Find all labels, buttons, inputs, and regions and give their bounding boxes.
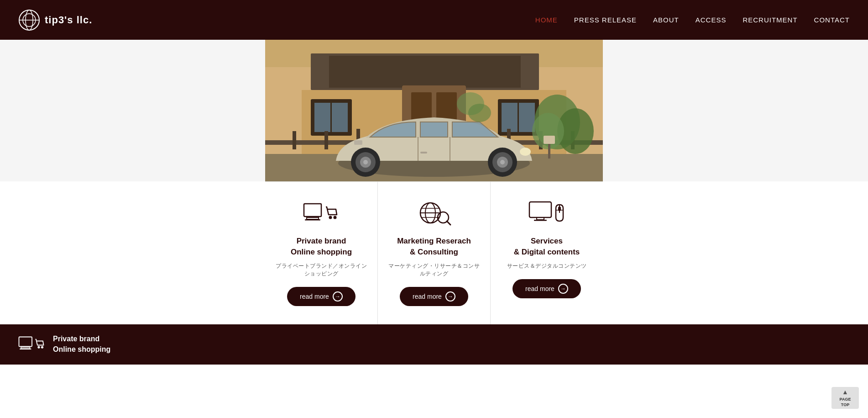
- svg-point-54: [334, 216, 337, 219]
- svg-point-71: [37, 346, 40, 348]
- svg-rect-62: [529, 202, 551, 217]
- svg-rect-32: [420, 152, 427, 153]
- service-title-en-3: Services & Digital contents: [514, 236, 580, 258]
- read-more-label-2: read more: [413, 293, 442, 300]
- hero-image: [265, 40, 603, 181]
- svg-rect-11: [332, 103, 348, 132]
- logo-text: tip3's llc.: [45, 14, 92, 26]
- logo-icon: [18, 9, 40, 31]
- nav-home[interactable]: HOME: [535, 16, 558, 24]
- svg-point-72: [41, 346, 43, 348]
- footer-bar: Private brand Online shopping: [0, 324, 868, 365]
- svg-rect-16: [502, 103, 518, 132]
- svg-rect-70: [20, 349, 31, 349]
- read-more-button-1[interactable]: read more →: [287, 287, 356, 306]
- svg-line-61: [447, 221, 450, 225]
- globe-search-icon: [416, 200, 452, 228]
- footer-text-line2: Online shopping: [53, 344, 110, 355]
- read-more-button-2[interactable]: read more →: [400, 287, 468, 306]
- computer-mouse-icon: [528, 200, 565, 228]
- svg-rect-20: [324, 131, 328, 149]
- nav-press-release[interactable]: PRESS RELEASE: [574, 16, 637, 24]
- svg-rect-63: [537, 217, 544, 220]
- svg-rect-67: [558, 206, 561, 211]
- svg-rect-42: [354, 140, 362, 145]
- services-section: Private brand Online shopping プライベートブランド…: [0, 181, 868, 324]
- service-title-ja-2: マーケティング・リサーチ＆コンサルティング: [387, 262, 481, 278]
- footer-text: Private brand Online shopping: [53, 334, 110, 355]
- svg-point-53: [329, 216, 332, 219]
- footer-cart-icon: [18, 333, 46, 356]
- logo-area: tip3's llc.: [18, 9, 92, 31]
- cart-icon: [303, 200, 340, 228]
- svg-rect-50: [304, 204, 321, 217]
- service-card-private-brand: Private brand Online shopping プライベートブランド…: [265, 182, 378, 324]
- arrow-icon-3: →: [558, 284, 568, 294]
- service-title-ja-3: サービス＆デジタルコンテンツ: [507, 262, 587, 270]
- svg-point-47: [468, 104, 491, 122]
- site-header: tip3's llc. HOME PRESS RELEASE ABOUT ACC…: [0, 0, 868, 40]
- service-card-marketing: Marketing Reserach & Consulting マーケティング・…: [378, 182, 491, 324]
- read-more-label-1: read more: [300, 293, 329, 300]
- svg-rect-52: [305, 219, 320, 221]
- svg-rect-7: [329, 56, 521, 88]
- hero-section: [0, 40, 868, 181]
- svg-rect-51: [307, 217, 319, 219]
- arrow-icon-2: →: [445, 291, 455, 302]
- nav-recruitment[interactable]: RECRUITMENT: [743, 16, 797, 24]
- svg-rect-64: [534, 220, 547, 221]
- service-card-services: Services & Digital contents サービス＆デジタルコンテ…: [491, 182, 603, 324]
- nav-about[interactable]: ABOUT: [653, 16, 679, 24]
- service-title-en-2: Marketing Reserach & Consulting: [397, 236, 471, 258]
- svg-rect-19: [293, 131, 296, 149]
- service-title-ja-1: プライベートブランド／オンラインショッピング: [274, 262, 368, 278]
- svg-point-36: [363, 160, 368, 164]
- arrow-icon-1: →: [333, 291, 343, 302]
- svg-rect-10: [314, 103, 330, 132]
- read-more-button-3[interactable]: read more →: [512, 279, 581, 298]
- service-title-en-1: Private brand Online shopping: [291, 236, 352, 258]
- nav-contact[interactable]: CONTACT: [814, 16, 850, 24]
- svg-point-40: [500, 160, 505, 164]
- main-nav: HOME PRESS RELEASE ABOUT ACCESS RECRUITM…: [535, 16, 850, 24]
- footer-text-line1: Private brand: [53, 334, 110, 344]
- svg-rect-49: [544, 136, 555, 144]
- services-grid: Private brand Online shopping プライベートブランド…: [265, 181, 603, 324]
- nav-access[interactable]: ACCESS: [695, 16, 727, 24]
- svg-rect-69: [21, 347, 30, 349]
- svg-point-41: [520, 148, 531, 156]
- svg-rect-68: [19, 337, 32, 346]
- read-more-label-3: read more: [525, 285, 554, 292]
